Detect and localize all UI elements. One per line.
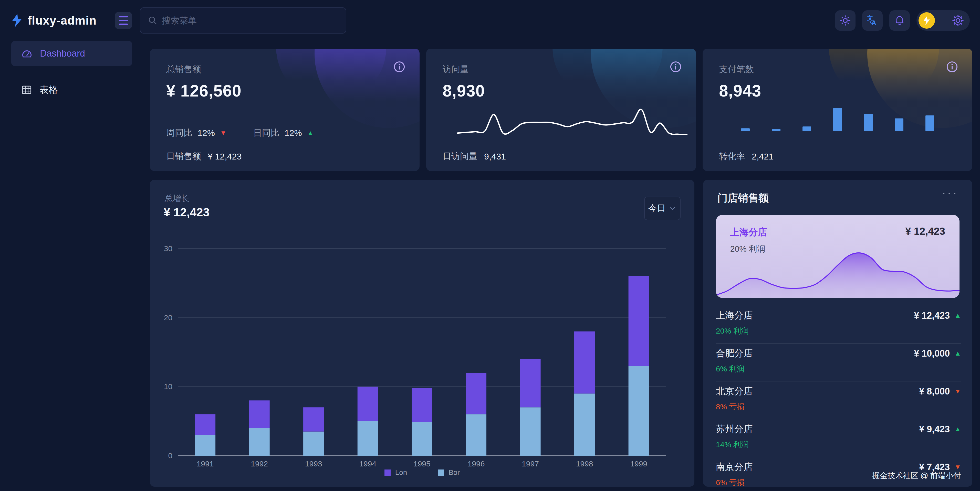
store-name: 北京分店 [716, 385, 753, 397]
daily-visits-label: 日访问量 [442, 151, 477, 162]
decorative-circle [552, 49, 663, 102]
store-value: ¥ 8,000 [919, 386, 950, 397]
lightning-logo-icon [11, 13, 22, 28]
store-loss-note: 8% 亏损 [716, 402, 961, 412]
legend-swatch [438, 469, 444, 476]
translate-icon: 文 A [866, 14, 878, 27]
svg-text:1991: 1991 [197, 459, 214, 468]
bottom-row: 总增长 ¥ 12,423 今日 010203019911992199319941… [150, 180, 972, 487]
store-name: 上海分店 [716, 309, 753, 322]
day-compare-label: 日同比 [253, 127, 280, 139]
svg-text:1996: 1996 [468, 459, 485, 468]
visits-sparkline-chart [457, 105, 687, 140]
sun-icon [840, 15, 851, 26]
info-icon[interactable] [946, 61, 958, 74]
featured-store-profit: 20% 利润 [730, 243, 765, 255]
card-footer: 日销售额 ¥ 12,423 [166, 151, 242, 162]
payments-minibar-chart [738, 105, 954, 132]
topbar-actions: 文 A [835, 10, 980, 31]
store-value: ¥ 12,423 [914, 310, 950, 321]
svg-text:1992: 1992 [251, 459, 268, 468]
user-settings-pill[interactable] [916, 10, 970, 31]
card-title: 总销售额 [166, 64, 201, 75]
info-icon[interactable] [393, 61, 405, 74]
app-title: fluxy-admin [28, 14, 97, 27]
svg-text:1995: 1995 [414, 459, 431, 468]
featured-store-card[interactable]: 上海分店 ¥ 12,423 20% 利润 [716, 215, 959, 298]
search-bar[interactable] [140, 8, 346, 33]
daily-sales-value: ¥ 12,423 [208, 151, 242, 162]
legend-label: Lon [395, 469, 407, 477]
conversion-rate-label: 转化率 [719, 151, 745, 162]
store-row-beijing[interactable]: 北京分店 ¥ 8,000 ▼ 8% 亏损 [716, 381, 961, 419]
divider [166, 142, 403, 142]
store-row-hefei[interactable]: 合肥分店 ¥ 10,000 ▲ 6% 利润 [716, 343, 961, 381]
week-compare-label: 周同比 [166, 127, 192, 139]
watermark-text: 掘金技术社区 @ 前端小付 [872, 470, 961, 481]
store-row-suzhou[interactable]: 苏州分店 ¥ 9,423 ▲ 14% 利润 [716, 419, 961, 457]
week-compare-value: 12% [197, 128, 215, 138]
trend-row: 周同比 12% ▼ 日同比 12% ▲ [166, 127, 314, 139]
total-sales-value: ¥ 126,560 [166, 81, 242, 100]
legend-swatch [385, 469, 391, 476]
day-compare-value: 12% [285, 128, 302, 138]
sidebar-item-tables[interactable]: 表格 [11, 77, 132, 102]
payments-card: 支付笔数 8,943 转化率 2,421 [703, 49, 972, 171]
more-options-icon[interactable]: ··· [942, 185, 958, 200]
legend-item-lon[interactable]: Lon [385, 469, 407, 477]
panel-title: 门店销售额 [718, 191, 769, 205]
sidebar-item-label: Dashboard [40, 48, 85, 59]
store-sales-panel: 门店销售额 ··· 上海分店 ¥ 12,423 20% 利润 上海分店 ¥ 12… [703, 180, 972, 487]
trend-down-icon: ▼ [220, 129, 227, 137]
gauge-icon [21, 48, 33, 59]
featured-store-name: 上海分店 [730, 226, 767, 238]
store-profit-note: 20% 利润 [716, 326, 961, 336]
svg-text:1994: 1994 [359, 459, 376, 468]
decorative-circle [829, 49, 939, 102]
avatar[interactable] [918, 12, 935, 29]
menu-toggle-button[interactable] [115, 12, 132, 29]
daily-sales-label: 日销售额 [166, 151, 201, 162]
table-icon [21, 84, 32, 95]
sidebar-item-label: 表格 [40, 84, 58, 96]
svg-text:1998: 1998 [576, 459, 593, 468]
daily-visits-value: 9,431 [484, 151, 506, 162]
store-profit-note: 14% 利润 [716, 440, 961, 450]
store-row-shanghai[interactable]: 上海分店 ¥ 12,423 ▲ 20% 利润 [716, 306, 961, 343]
bell-icon [894, 15, 905, 26]
gear-icon[interactable] [951, 14, 965, 27]
store-value: ¥ 9,423 [919, 424, 950, 435]
trend-up-icon: ▲ [955, 311, 961, 319]
search-icon [148, 16, 157, 25]
decorative-circle [315, 49, 420, 128]
svg-text:10: 10 [164, 382, 172, 391]
info-icon[interactable] [670, 61, 682, 74]
card-footer: 转化率 2,421 [719, 151, 773, 162]
sidebar: Dashboard 表格 [0, 41, 143, 491]
notifications-button[interactable] [889, 10, 910, 31]
main-content: 总销售额 ¥ 126,560 周同比 12% ▼ 日同比 12% [150, 49, 972, 486]
store-profit-note: 6% 利润 [716, 364, 961, 374]
payments-value: 8,943 [719, 81, 761, 100]
store-value: ¥ 10,000 [914, 348, 950, 359]
stat-card-row: 总销售额 ¥ 126,560 周同比 12% ▼ 日同比 12% [150, 49, 972, 171]
language-switch-button[interactable]: 文 A [862, 10, 883, 31]
search-input[interactable] [162, 16, 338, 25]
trend-up-icon: ▲ [307, 129, 314, 137]
topbar: fluxy-admin [0, 0, 980, 41]
divider [719, 142, 956, 142]
card-title: 访问量 [442, 64, 469, 75]
sidebar-item-dashboard[interactable]: Dashboard [11, 41, 132, 66]
svg-text:1999: 1999 [630, 459, 647, 468]
conversion-rate-value: 2,421 [752, 151, 773, 162]
card-footer: 日访问量 9,431 [442, 151, 506, 162]
legend-item-bor[interactable]: Bor [438, 469, 460, 477]
legend-label: Bor [449, 469, 460, 477]
store-name: 南京分店 [716, 461, 753, 474]
theme-toggle-button[interactable] [835, 10, 856, 31]
total-growth-card: 总增长 ¥ 12,423 今日 010203019911992199319941… [150, 180, 694, 487]
store-list: 上海分店 ¥ 12,423 ▲ 20% 利润 合肥分店 ¥ 10 [716, 306, 961, 487]
store-name: 苏州分店 [716, 423, 753, 435]
hamburger-icon [119, 16, 128, 17]
app-logo: fluxy-admin [0, 13, 115, 28]
